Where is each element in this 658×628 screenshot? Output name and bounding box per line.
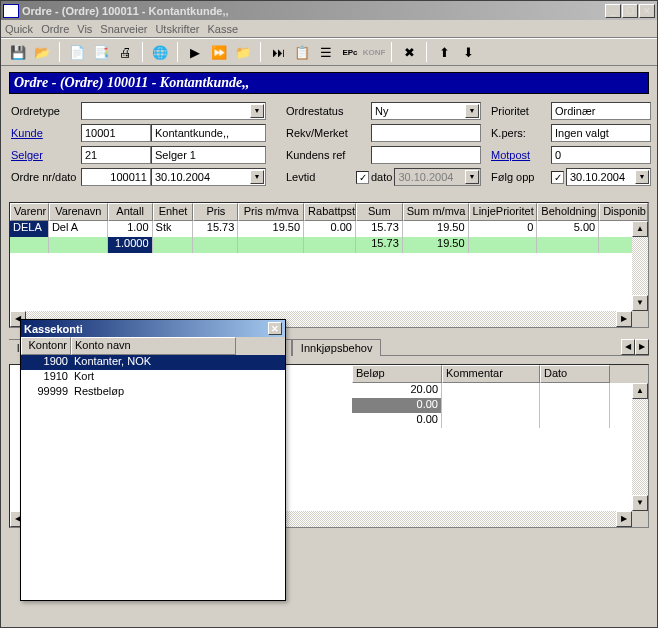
folder-icon[interactable]: 📂 — [31, 41, 53, 63]
menubar: Quick Ordre Vis Snarveier Utskrifter Kas… — [1, 20, 657, 38]
tab-scroll-right[interactable]: ▶ — [635, 339, 649, 355]
menu-utskrifter[interactable]: Utskrifter — [155, 23, 199, 35]
col-rabatt[interactable]: Rabattpst — [304, 203, 356, 221]
rekv-label: Rekv/Merket — [286, 127, 356, 139]
titlebar: Ordre - (Ordre) 100011 - Kontantkunde,, … — [1, 1, 657, 20]
prioritet-field[interactable] — [551, 102, 651, 120]
col-kommentar[interactable]: Kommentar — [442, 365, 540, 383]
kunde-id-field[interactable] — [81, 124, 151, 142]
folgopp-checkbox[interactable]: ✓ — [551, 171, 564, 184]
ordrenr-field[interactable] — [81, 168, 151, 186]
scroll-right-icon[interactable]: ▶ — [616, 511, 632, 527]
scroll-down-icon[interactable]: ▼ — [632, 495, 648, 511]
levtid-checkbox[interactable]: ✓ — [356, 171, 369, 184]
menu-kasse[interactable]: Kasse — [207, 23, 238, 35]
col-prismva[interactable]: Pris m/mva — [238, 203, 304, 221]
cancel-icon[interactable]: ✖ — [398, 41, 420, 63]
table-row[interactable]: 20.00 — [352, 383, 648, 398]
chevron-down-icon[interactable]: ▼ — [250, 170, 264, 184]
motpost-label[interactable]: Motpost — [491, 149, 551, 161]
kundensref-label: Kundens ref — [286, 149, 356, 161]
menu-ordre[interactable]: Ordre — [41, 23, 69, 35]
vertical-scrollbar[interactable]: ▲ ▼ — [632, 383, 648, 511]
chevron-down-icon[interactable]: ▼ — [250, 104, 264, 118]
motpost-field[interactable] — [551, 146, 651, 164]
list-item[interactable]: 99999 Restbeløp — [21, 385, 285, 400]
levtid-dato-combo[interactable]: 30.10.2004▼ — [394, 168, 481, 186]
col-antall[interactable]: Antall — [108, 203, 153, 221]
col-behold[interactable]: Beholdning — [537, 203, 599, 221]
popup-title: Kassekonti — [24, 323, 268, 335]
konf-icon[interactable]: KONF — [363, 41, 385, 63]
table-row[interactable]: 1.0000 15.73 19.50 — [10, 237, 648, 253]
list-item[interactable]: 1900 Kontanter, NOK — [21, 355, 285, 370]
minimize-button[interactable]: _ — [605, 4, 621, 18]
col-summva[interactable]: Sum m/mva — [403, 203, 469, 221]
chevron-down-icon[interactable]: ▼ — [465, 170, 479, 184]
ordretype-combo[interactable]: ▼ — [81, 102, 266, 120]
col-sum[interactable]: Sum — [356, 203, 403, 221]
copy-icon[interactable]: 📋 — [291, 41, 313, 63]
scroll-up-icon[interactable]: ▲ — [632, 383, 648, 399]
window-title: Ordre - (Ordre) 100011 - Kontantkunde,, — [22, 5, 605, 17]
epc-icon[interactable]: EPc — [339, 41, 361, 63]
kassekonti-popup[interactable]: Kassekonti ✕ Kontonr Konto navn 1900 Kon… — [20, 319, 286, 601]
kpers-label: K.pers: — [491, 127, 551, 139]
tab-innkjop[interactable]: Innkjøpsbehov — [292, 339, 382, 356]
chevron-down-icon[interactable]: ▼ — [465, 104, 479, 118]
table-row[interactable]: DELA Del A 1.00 Stk 15.73 19.50 0.00 15.… — [10, 221, 648, 237]
col-linjepri[interactable]: LinjePrioritet — [469, 203, 538, 221]
play-icon[interactable]: ▶ — [184, 41, 206, 63]
selger-navn-field[interactable] — [151, 146, 266, 164]
col-kontonr[interactable]: Kontonr — [21, 337, 71, 355]
save-icon[interactable]: 💾 — [7, 41, 29, 63]
list-item[interactable]: 1910 Kort — [21, 370, 285, 385]
tab-scroll-left[interactable]: ◀ — [621, 339, 635, 355]
open-icon[interactable]: 📁 — [232, 41, 254, 63]
table-row[interactable]: 0.00 — [352, 413, 648, 428]
ordredato-combo[interactable]: 30.10.2004▼ — [151, 168, 266, 186]
maximize-button[interactable]: ☐ — [622, 4, 638, 18]
rekv-field[interactable] — [371, 124, 481, 142]
selger-id-field[interactable] — [81, 146, 151, 164]
folgopp-label: Følg opp — [491, 171, 551, 183]
folgopp-combo[interactable]: 30.10.2004▼ — [566, 168, 651, 186]
page-title-banner: Ordre - (Ordre) 100011 - Kontantkunde,, — [9, 72, 649, 94]
globe-icon[interactable]: 🌐 — [149, 41, 171, 63]
menu-snarveier[interactable]: Snarveier — [100, 23, 147, 35]
col-disp[interactable]: Disponib — [599, 203, 648, 221]
vertical-scrollbar[interactable]: ▲ ▼ — [632, 221, 648, 311]
col-varenavn[interactable]: Varenavn — [49, 203, 108, 221]
last-icon[interactable]: ⏭ — [267, 41, 289, 63]
popup-close-button[interactable]: ✕ — [268, 322, 282, 335]
col-dato[interactable]: Dato — [540, 365, 610, 383]
close-button[interactable]: ✕ — [639, 4, 655, 18]
chevron-down-icon[interactable]: ▼ — [635, 170, 649, 184]
col-belop[interactable]: Beløp — [352, 365, 442, 383]
docs-icon[interactable]: 📑 — [90, 41, 112, 63]
scroll-right-icon[interactable]: ▶ — [616, 311, 632, 327]
fwd-icon[interactable]: ⏩ — [208, 41, 230, 63]
scroll-down-icon[interactable]: ▼ — [632, 295, 648, 311]
col-kontonavn[interactable]: Konto navn — [71, 337, 236, 355]
col-varenr[interactable]: Varenr — [10, 203, 49, 221]
col-pris[interactable]: Pris — [193, 203, 238, 221]
menu-quick[interactable]: Quick — [5, 23, 33, 35]
list-icon[interactable]: ☰ — [315, 41, 337, 63]
down-icon[interactable]: ⬇ — [457, 41, 479, 63]
app-icon — [3, 4, 19, 18]
order-lines-grid[interactable]: Varenr Varenavn Antall Enhet Pris Pris m… — [9, 202, 649, 328]
table-row[interactable]: 0.00 — [352, 398, 648, 413]
up-icon[interactable]: ⬆ — [433, 41, 455, 63]
doc-icon[interactable]: 📄 — [66, 41, 88, 63]
selger-label[interactable]: Selger — [11, 149, 81, 161]
kpers-field[interactable] — [551, 124, 651, 142]
ordrestatus-combo[interactable]: Ny▼ — [371, 102, 481, 120]
scroll-up-icon[interactable]: ▲ — [632, 221, 648, 237]
print-icon[interactable]: 🖨 — [114, 41, 136, 63]
kundensref-field[interactable] — [371, 146, 481, 164]
kunde-navn-field[interactable] — [151, 124, 266, 142]
kunde-label[interactable]: Kunde — [11, 127, 81, 139]
col-enhet[interactable]: Enhet — [153, 203, 194, 221]
menu-vis[interactable]: Vis — [77, 23, 92, 35]
